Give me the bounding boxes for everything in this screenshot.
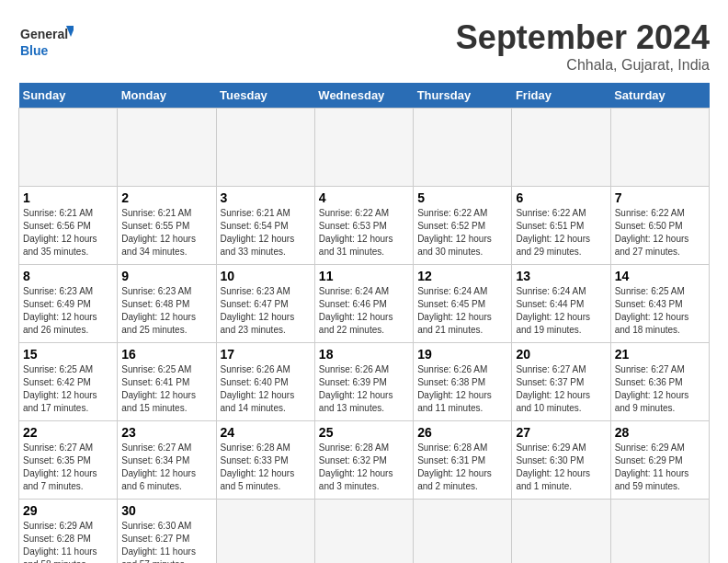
day-info: Sunrise: 6:29 AM Sunset: 6:30 PM Dayligh… bbox=[516, 442, 606, 493]
day-info: Sunrise: 6:25 AM Sunset: 6:42 PM Dayligh… bbox=[23, 363, 113, 415]
day-info: Sunrise: 6:22 AM Sunset: 6:52 PM Dayligh… bbox=[417, 207, 507, 259]
calendar-cell: 30Sunrise: 6:30 AM Sunset: 6:27 PM Dayli… bbox=[118, 500, 216, 564]
day-info: Sunrise: 6:21 AM Sunset: 6:54 PM Dayligh… bbox=[221, 207, 311, 259]
day-number: 18 bbox=[319, 347, 409, 362]
title-area: September 2024 Chhala, Gujarat, India bbox=[456, 18, 710, 74]
calendar-cell: 13Sunrise: 6:24 AM Sunset: 6:44 PM Dayli… bbox=[512, 265, 610, 343]
calendar-body: 1Sunrise: 6:21 AM Sunset: 6:56 PM Daylig… bbox=[19, 109, 710, 564]
day-info: Sunrise: 6:24 AM Sunset: 6:46 PM Dayligh… bbox=[319, 285, 409, 337]
day-info: Sunrise: 6:23 AM Sunset: 6:47 PM Dayligh… bbox=[221, 285, 311, 337]
day-number: 15 bbox=[23, 347, 113, 362]
week-row-1: 1Sunrise: 6:21 AM Sunset: 6:56 PM Daylig… bbox=[19, 187, 710, 265]
calendar-cell: 23Sunrise: 6:27 AM Sunset: 6:34 PM Dayli… bbox=[118, 421, 216, 500]
svg-text:General: General bbox=[20, 27, 68, 41]
day-number: 17 bbox=[221, 347, 311, 362]
day-number: 5 bbox=[417, 190, 507, 205]
calendar-cell: 10Sunrise: 6:23 AM Sunset: 6:47 PM Dayli… bbox=[216, 265, 314, 343]
day-info: Sunrise: 6:28 AM Sunset: 6:33 PM Dayligh… bbox=[221, 442, 311, 493]
logo: General Blue bbox=[18, 18, 74, 64]
calendar-cell: 2Sunrise: 6:21 AM Sunset: 6:55 PM Daylig… bbox=[118, 187, 216, 265]
day-info: Sunrise: 6:29 AM Sunset: 6:28 PM Dayligh… bbox=[23, 520, 113, 563]
header-saturday: Saturday bbox=[610, 83, 709, 109]
calendar-cell: 5Sunrise: 6:22 AM Sunset: 6:52 PM Daylig… bbox=[414, 187, 512, 265]
day-info: Sunrise: 6:25 AM Sunset: 6:43 PM Dayligh… bbox=[615, 285, 705, 337]
calendar-cell: 11Sunrise: 6:24 AM Sunset: 6:46 PM Dayli… bbox=[314, 265, 413, 343]
day-number: 3 bbox=[221, 190, 311, 205]
day-number: 22 bbox=[23, 425, 113, 440]
calendar-cell: 21Sunrise: 6:27 AM Sunset: 6:36 PM Dayli… bbox=[610, 343, 709, 421]
day-number: 24 bbox=[221, 425, 311, 440]
day-number: 8 bbox=[23, 269, 113, 283]
day-number: 27 bbox=[516, 425, 606, 440]
calendar-cell: 8Sunrise: 6:23 AM Sunset: 6:49 PM Daylig… bbox=[19, 265, 118, 343]
day-info: Sunrise: 6:22 AM Sunset: 6:53 PM Dayligh… bbox=[319, 207, 409, 259]
day-number: 19 bbox=[417, 347, 507, 362]
day-info: Sunrise: 6:23 AM Sunset: 6:48 PM Dayligh… bbox=[121, 285, 211, 337]
day-number: 2 bbox=[121, 190, 211, 205]
header-monday: Monday bbox=[118, 83, 216, 109]
day-number: 1 bbox=[23, 190, 113, 205]
day-info: Sunrise: 6:30 AM Sunset: 6:27 PM Dayligh… bbox=[121, 520, 211, 563]
day-info: Sunrise: 6:21 AM Sunset: 6:56 PM Dayligh… bbox=[23, 207, 113, 259]
header-sunday: Sunday bbox=[19, 83, 118, 109]
calendar-cell: 1Sunrise: 6:21 AM Sunset: 6:56 PM Daylig… bbox=[19, 187, 118, 265]
day-info: Sunrise: 6:24 AM Sunset: 6:45 PM Dayligh… bbox=[417, 285, 507, 337]
calendar-cell bbox=[610, 109, 709, 187]
day-info: Sunrise: 6:29 AM Sunset: 6:29 PM Dayligh… bbox=[615, 442, 705, 493]
day-number: 20 bbox=[516, 347, 606, 362]
calendar-cell bbox=[610, 500, 709, 564]
day-info: Sunrise: 6:27 AM Sunset: 6:36 PM Dayligh… bbox=[615, 363, 705, 415]
week-row-0 bbox=[19, 109, 710, 187]
day-info: Sunrise: 6:25 AM Sunset: 6:41 PM Dayligh… bbox=[121, 363, 211, 415]
day-info: Sunrise: 6:28 AM Sunset: 6:31 PM Dayligh… bbox=[417, 442, 507, 493]
page-header: General Blue September 2024 Chhala, Guja… bbox=[18, 18, 710, 74]
calendar-cell: 18Sunrise: 6:26 AM Sunset: 6:39 PM Dayli… bbox=[314, 343, 413, 421]
day-info: Sunrise: 6:27 AM Sunset: 6:35 PM Dayligh… bbox=[23, 442, 113, 493]
header-thursday: Thursday bbox=[414, 83, 512, 109]
day-number: 14 bbox=[615, 269, 705, 283]
day-number: 4 bbox=[319, 190, 409, 205]
day-info: Sunrise: 6:26 AM Sunset: 6:38 PM Dayligh… bbox=[417, 363, 507, 415]
day-number: 13 bbox=[516, 269, 606, 283]
calendar-cell: 17Sunrise: 6:26 AM Sunset: 6:40 PM Dayli… bbox=[216, 343, 314, 421]
day-info: Sunrise: 6:28 AM Sunset: 6:32 PM Dayligh… bbox=[319, 442, 409, 493]
calendar-cell bbox=[414, 109, 512, 187]
calendar-cell: 14Sunrise: 6:25 AM Sunset: 6:43 PM Dayli… bbox=[610, 265, 709, 343]
calendar-cell: 4Sunrise: 6:22 AM Sunset: 6:53 PM Daylig… bbox=[314, 187, 413, 265]
day-number: 29 bbox=[23, 503, 113, 518]
days-header-row: Sunday Monday Tuesday Wednesday Thursday… bbox=[19, 83, 710, 109]
day-info: Sunrise: 6:27 AM Sunset: 6:34 PM Dayligh… bbox=[121, 442, 211, 493]
header-wednesday: Wednesday bbox=[314, 83, 413, 109]
day-info: Sunrise: 6:22 AM Sunset: 6:51 PM Dayligh… bbox=[516, 207, 606, 259]
location: Chhala, Gujarat, India bbox=[456, 57, 710, 74]
calendar-cell: 27Sunrise: 6:29 AM Sunset: 6:30 PM Dayli… bbox=[512, 421, 610, 500]
day-number: 6 bbox=[516, 190, 606, 205]
day-number: 12 bbox=[417, 269, 507, 283]
day-info: Sunrise: 6:27 AM Sunset: 6:37 PM Dayligh… bbox=[516, 363, 606, 415]
calendar-cell: 29Sunrise: 6:29 AM Sunset: 6:28 PM Dayli… bbox=[19, 500, 118, 564]
calendar-cell: 25Sunrise: 6:28 AM Sunset: 6:32 PM Dayli… bbox=[314, 421, 413, 500]
day-info: Sunrise: 6:26 AM Sunset: 6:40 PM Dayligh… bbox=[221, 363, 311, 415]
day-number: 11 bbox=[319, 269, 409, 283]
calendar-cell bbox=[216, 500, 314, 564]
calendar-cell: 26Sunrise: 6:28 AM Sunset: 6:31 PM Dayli… bbox=[414, 421, 512, 500]
calendar-cell bbox=[216, 109, 314, 187]
day-info: Sunrise: 6:22 AM Sunset: 6:50 PM Dayligh… bbox=[615, 207, 705, 259]
calendar-cell: 20Sunrise: 6:27 AM Sunset: 6:37 PM Dayli… bbox=[512, 343, 610, 421]
week-row-2: 8Sunrise: 6:23 AM Sunset: 6:49 PM Daylig… bbox=[19, 265, 710, 343]
day-info: Sunrise: 6:24 AM Sunset: 6:44 PM Dayligh… bbox=[516, 285, 606, 337]
calendar-cell bbox=[414, 500, 512, 564]
day-info: Sunrise: 6:26 AM Sunset: 6:39 PM Dayligh… bbox=[319, 363, 409, 415]
svg-text:Blue: Blue bbox=[20, 43, 49, 58]
calendar-cell: 22Sunrise: 6:27 AM Sunset: 6:35 PM Dayli… bbox=[19, 421, 118, 500]
calendar-cell: 9Sunrise: 6:23 AM Sunset: 6:48 PM Daylig… bbox=[118, 265, 216, 343]
week-row-4: 22Sunrise: 6:27 AM Sunset: 6:35 PM Dayli… bbox=[19, 421, 710, 500]
day-info: Sunrise: 6:21 AM Sunset: 6:55 PM Dayligh… bbox=[121, 207, 211, 259]
calendar-cell: 16Sunrise: 6:25 AM Sunset: 6:41 PM Dayli… bbox=[118, 343, 216, 421]
day-number: 30 bbox=[121, 503, 211, 518]
day-number: 9 bbox=[121, 269, 211, 283]
day-number: 10 bbox=[221, 269, 311, 283]
day-number: 25 bbox=[319, 425, 409, 440]
calendar-cell: 19Sunrise: 6:26 AM Sunset: 6:38 PM Dayli… bbox=[414, 343, 512, 421]
week-row-3: 15Sunrise: 6:25 AM Sunset: 6:42 PM Dayli… bbox=[19, 343, 710, 421]
